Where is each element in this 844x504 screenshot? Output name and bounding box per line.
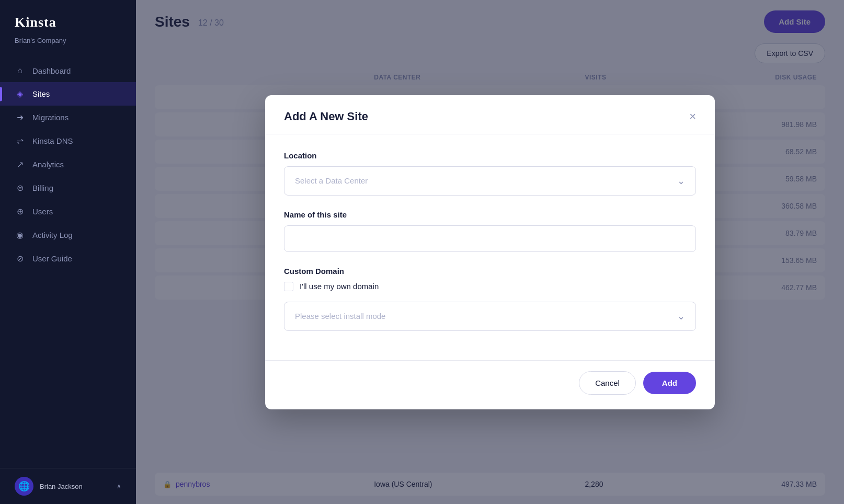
modal-footer: Cancel Add (265, 360, 715, 409)
own-domain-label: I'll use my own domain (300, 282, 379, 291)
sidebar-item-migrations[interactable]: ➜ Migrations (0, 106, 136, 129)
site-name-label: Name of this site (284, 210, 696, 219)
location-group: Location Select a Data Center ⌄ (284, 151, 696, 196)
modal-close-button[interactable]: × (689, 111, 696, 122)
sidebar-item-label: Dashboard (32, 66, 71, 75)
custom-domain-group: Custom Domain I'll use my own domain Ple… (284, 267, 696, 331)
sidebar-item-label: Activity Log (32, 231, 73, 239)
avatar: 🌐 (15, 477, 33, 496)
guide-icon: ⊘ (15, 254, 25, 264)
logo-text: Kinsta (15, 15, 121, 30)
site-name-input[interactable] (284, 225, 696, 252)
modal-overlay: Add A New Site × Location Select a Data … (136, 0, 844, 504)
add-button[interactable]: Add (643, 372, 696, 394)
sidebar-item-label: Sites (32, 89, 50, 98)
brand-logo: Kinsta (0, 0, 136, 35)
sidebar: Kinsta Brian's Company ⌂ Dashboard ◈ Sit… (0, 0, 136, 504)
modal-title: Add A New Site (284, 110, 368, 123)
sidebar-item-label: Billing (32, 184, 53, 192)
site-name-group: Name of this site (284, 210, 696, 252)
sidebar-item-label: User Guide (32, 254, 72, 263)
own-domain-checkbox-row: I'll use my own domain (284, 282, 696, 291)
sidebar-item-billing[interactable]: ⊜ Billing (0, 176, 136, 200)
user-name: Brian Jackson (40, 483, 83, 490)
sidebar-nav: ⌂ Dashboard ◈ Sites ➜ Migrations ⇌ Kinst… (0, 55, 136, 468)
company-name: Brian's Company (0, 35, 136, 55)
sidebar-item-label: Kinsta DNS (32, 136, 73, 145)
custom-domain-label: Custom Domain (284, 267, 696, 276)
modal-header: Add A New Site × (265, 95, 715, 134)
sites-icon: ◈ (15, 89, 25, 99)
sidebar-item-kinsta-dns[interactable]: ⇌ Kinsta DNS (0, 129, 136, 153)
sidebar-item-label: Migrations (32, 113, 69, 122)
add-site-modal: Add A New Site × Location Select a Data … (265, 95, 715, 409)
sidebar-item-analytics[interactable]: ↗ Analytics (0, 153, 136, 176)
sidebar-footer[interactable]: 🌐 Brian Jackson ∧ (0, 468, 136, 504)
chevron-down-icon: ⌄ (677, 175, 685, 187)
dashboard-icon: ⌂ (15, 66, 25, 75)
activity-icon: ◉ (15, 230, 25, 240)
dns-icon: ⇌ (15, 136, 25, 146)
sidebar-item-label: Users (32, 207, 53, 216)
migrations-icon: ➜ (15, 112, 25, 122)
cancel-button[interactable]: Cancel (579, 371, 636, 395)
sidebar-item-activity-log[interactable]: ◉ Activity Log (0, 223, 136, 247)
location-label: Location (284, 151, 696, 160)
location-select[interactable]: Select a Data Center ⌄ (284, 166, 696, 196)
chevron-up-icon: ∧ (117, 483, 121, 490)
own-domain-checkbox[interactable] (284, 282, 293, 291)
install-mode-select[interactable]: Please select install mode ⌄ (284, 302, 696, 331)
modal-body: Location Select a Data Center ⌄ Name of … (265, 134, 715, 360)
sidebar-item-label: Analytics (32, 160, 64, 169)
sidebar-item-user-guide[interactable]: ⊘ User Guide (0, 247, 136, 270)
sidebar-item-dashboard[interactable]: ⌂ Dashboard (0, 59, 136, 82)
location-placeholder: Select a Data Center (295, 176, 368, 185)
install-mode-placeholder: Please select install mode (295, 312, 385, 320)
sidebar-item-sites[interactable]: ◈ Sites (0, 82, 136, 106)
sidebar-item-users[interactable]: ⊕ Users (0, 200, 136, 223)
main-content: Sites 12 / 30 Add Site Export to CSV DAT… (136, 0, 844, 504)
users-icon: ⊕ (15, 207, 25, 216)
billing-icon: ⊜ (15, 183, 25, 193)
analytics-icon: ↗ (15, 159, 25, 169)
chevron-down-icon: ⌄ (677, 311, 685, 322)
